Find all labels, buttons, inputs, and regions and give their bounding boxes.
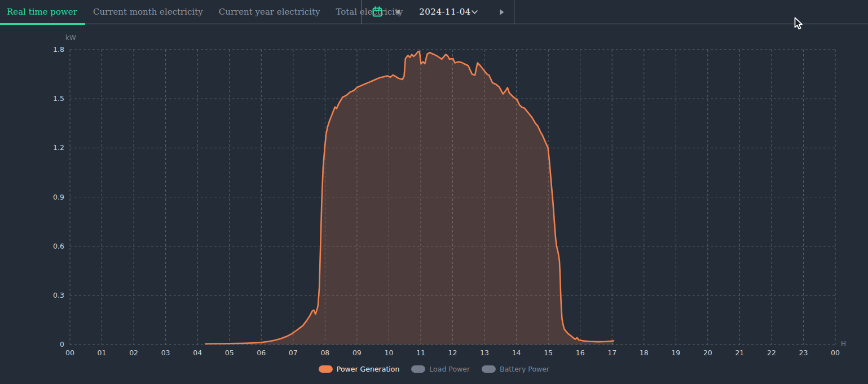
header-divider-right xyxy=(514,0,514,24)
x-tick-label: 19 xyxy=(671,348,680,357)
y-tick-label: 1.8 xyxy=(53,45,64,54)
legend-label: Battery Power xyxy=(500,365,549,373)
x-tick-label: 11 xyxy=(416,348,425,357)
x-tick-label: 16 xyxy=(576,348,585,357)
legend-item-load-power[interactable]: Load Power xyxy=(411,365,470,373)
x-tick-label: 06 xyxy=(257,348,266,357)
legend-swatch-icon xyxy=(319,365,333,373)
legend-swatch-icon xyxy=(482,365,496,373)
x-tick-label: 14 xyxy=(512,348,521,357)
x-tick-label: 12 xyxy=(448,348,457,357)
y-tick-label: 0.3 xyxy=(53,291,64,299)
x-tick-label: 02 xyxy=(129,348,138,357)
x-tick-label: 13 xyxy=(480,348,489,357)
y-axis-unit-label: kW xyxy=(65,34,76,42)
x-tick-label: 09 xyxy=(353,348,362,357)
x-axis-unit-label: H xyxy=(841,340,846,348)
x-tick-label: 03 xyxy=(161,348,170,357)
legend-label: Load Power xyxy=(429,365,470,373)
x-tick-label: 22 xyxy=(767,348,776,357)
power-chart: 0001020304050607080910111213141516171819… xyxy=(0,0,868,384)
x-tick-label: 21 xyxy=(735,348,744,357)
calendar-icon[interactable] xyxy=(371,6,384,18)
tab-real-time-power[interactable]: Real time power xyxy=(0,0,85,24)
next-day-button[interactable] xyxy=(499,9,505,15)
caret-left-icon xyxy=(395,9,400,15)
x-tick-label: 08 xyxy=(320,348,329,357)
legend-item-battery-power[interactable]: Battery Power xyxy=(482,365,549,373)
tab-current-year-electricity[interactable]: Current year electricity xyxy=(211,0,328,24)
y-tick-label: 1.2 xyxy=(53,143,64,152)
mouse-cursor-icon xyxy=(794,17,804,30)
chevron-down-icon[interactable] xyxy=(470,10,478,15)
header-divider-left xyxy=(362,0,362,24)
caret-right-icon xyxy=(500,9,504,15)
header-bar: Real time power Current month electricit… xyxy=(0,0,868,24)
x-tick-label: 23 xyxy=(799,348,808,357)
x-tick-label: 05 xyxy=(225,348,234,357)
tab-bar: Real time power Current month electricit… xyxy=(0,0,411,24)
x-tick-label: 20 xyxy=(703,348,712,357)
y-tick-label: 0.9 xyxy=(53,193,64,201)
x-tick-label: 15 xyxy=(544,348,553,357)
y-tick-label: 0 xyxy=(60,340,64,348)
chart-legend: Power GenerationLoad PowerBattery Power xyxy=(0,363,868,374)
legend-swatch-icon xyxy=(411,365,425,373)
y-tick-label: 0.6 xyxy=(53,242,64,250)
x-tick-label: 10 xyxy=(384,348,393,357)
tab-current-month-electricity[interactable]: Current month electricity xyxy=(85,0,211,24)
x-tick-label: 00 xyxy=(831,348,840,357)
legend-label: Power Generation xyxy=(337,365,400,373)
x-tick-label: 07 xyxy=(289,348,298,357)
x-tick-label: 04 xyxy=(193,348,202,357)
x-tick-label: 17 xyxy=(607,348,616,357)
previous-day-button[interactable] xyxy=(395,9,400,15)
x-tick-label: 01 xyxy=(98,348,107,357)
x-tick-label: 00 xyxy=(65,348,74,357)
legend-item-power-generation[interactable]: Power Generation xyxy=(319,365,400,373)
date-display[interactable]: 2024-11-04 xyxy=(422,0,468,24)
y-tick-label: 1.5 xyxy=(53,94,64,103)
x-tick-label: 18 xyxy=(640,348,649,357)
